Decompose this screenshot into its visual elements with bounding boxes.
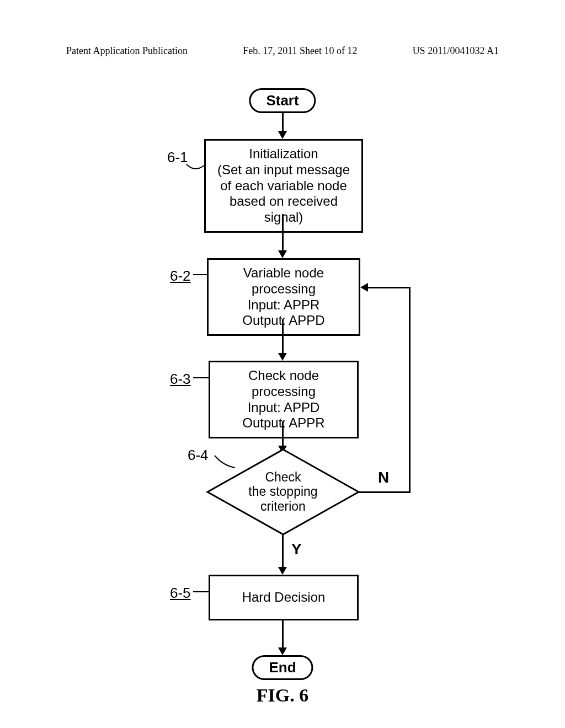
- end-terminal: End: [252, 655, 313, 680]
- decision-text: Check the stopping criterion: [233, 470, 333, 513]
- arrowhead: [278, 353, 287, 361]
- hard-decision-text: Hard Decision: [242, 590, 326, 604]
- no-line-vertical: [409, 288, 411, 493]
- init-line1: Initialization: [214, 146, 354, 162]
- arrow-decision-to-hard: [282, 535, 284, 568]
- arrowhead: [278, 647, 287, 655]
- varnode-line3: Output: APPD: [216, 313, 351, 329]
- decision-line2: the stopping: [233, 485, 333, 499]
- checknode-line3: Output: APPR: [218, 415, 349, 431]
- init-line3: of each variable node: [214, 178, 354, 194]
- init-line2: (Set an input message: [214, 162, 354, 178]
- check-node-step: Check node processing Input: APPD Output…: [209, 361, 359, 438]
- arrowhead: [278, 567, 287, 575]
- arrowhead-no-loop: [360, 283, 368, 292]
- figure-caption: FIG. 6: [257, 685, 308, 706]
- no-line-back: [367, 287, 411, 288]
- decision-line1: Check: [233, 470, 333, 484]
- step-2-label: 6-2: [170, 267, 191, 285]
- initialization-step: Initialization (Set an input message of …: [204, 139, 363, 233]
- page-header: Patent Application Publication Feb. 17, …: [0, 45, 565, 57]
- arrowhead: [278, 250, 287, 258]
- header-date-sheet: Feb. 17, 2011 Sheet 10 of 12: [243, 45, 357, 57]
- init-line4: based on received signal): [214, 194, 354, 226]
- arrowhead: [278, 131, 287, 139]
- no-line-horizontal: [359, 491, 411, 493]
- start-label: Start: [266, 92, 299, 109]
- step-5-label: 6-5: [170, 585, 191, 602]
- checknode-line2: Input: APPD: [218, 400, 349, 416]
- label-connector-2: [192, 270, 209, 281]
- yes-branch-label: Y: [291, 540, 302, 558]
- arrow-varnode-to-checknode: [282, 319, 284, 354]
- arrow-hard-to-end: [282, 619, 284, 649]
- flowchart-diagram: Start Initialization (Set an input messa…: [0, 83, 565, 689]
- label-connector-1: [184, 157, 206, 174]
- decision-line3: criterion: [233, 499, 333, 513]
- start-terminal: Start: [249, 88, 316, 113]
- checknode-line1: Check node processing: [218, 368, 349, 400]
- end-label: End: [269, 659, 296, 676]
- label-connector-4: [213, 453, 235, 469]
- header-publication: Patent Application Publication: [66, 45, 188, 57]
- arrow-checknode-to-decision: [282, 421, 284, 447]
- hard-decision-step: Hard Decision: [209, 575, 359, 620]
- header-patent-number: US 2011/0041032 A1: [413, 45, 499, 57]
- variable-node-step: Variable node processing Input: APPR Out…: [207, 258, 360, 336]
- varnode-line2: Input: APPR: [216, 297, 351, 313]
- arrow-init-to-varnode: [282, 214, 284, 251]
- arrow-start-to-init: [282, 111, 284, 132]
- step-4-label: 6-4: [188, 447, 209, 464]
- varnode-line1: Variable node processing: [216, 265, 351, 297]
- label-connector-3: [192, 373, 210, 384]
- step-3-label: 6-3: [170, 371, 191, 388]
- label-connector-5: [192, 587, 210, 598]
- no-branch-label: N: [378, 469, 389, 486]
